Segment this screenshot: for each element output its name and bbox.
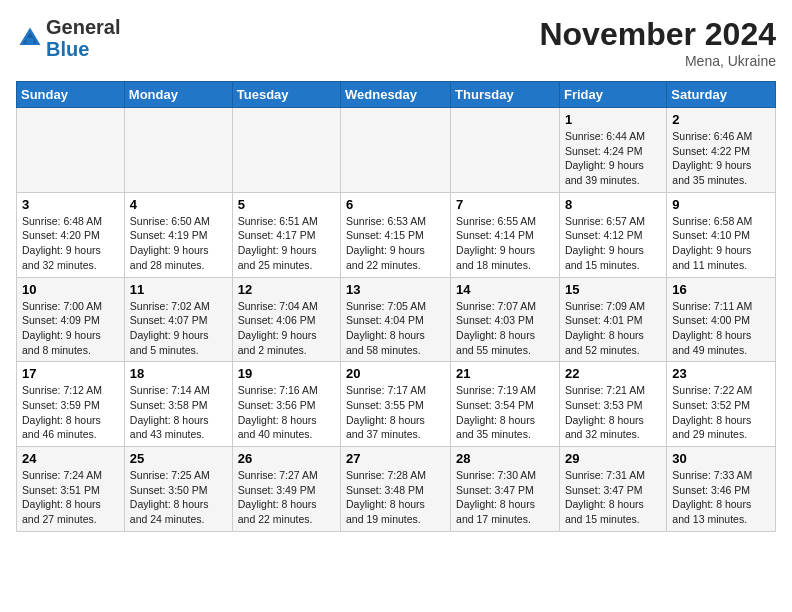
day-info: Sunrise: 6:44 AM Sunset: 4:24 PM Dayligh… <box>565 129 661 188</box>
day-info: Sunrise: 7:31 AM Sunset: 3:47 PM Dayligh… <box>565 468 661 527</box>
calendar-cell: 25Sunrise: 7:25 AM Sunset: 3:50 PM Dayli… <box>124 447 232 532</box>
day-info: Sunrise: 7:00 AM Sunset: 4:09 PM Dayligh… <box>22 299 119 358</box>
day-number: 10 <box>22 282 119 297</box>
calendar-cell: 2Sunrise: 6:46 AM Sunset: 4:22 PM Daylig… <box>667 108 776 193</box>
day-number: 3 <box>22 197 119 212</box>
logo: General Blue <box>16 16 120 60</box>
day-info: Sunrise: 6:51 AM Sunset: 4:17 PM Dayligh… <box>238 214 335 273</box>
day-number: 28 <box>456 451 554 466</box>
day-number: 20 <box>346 366 445 381</box>
day-number: 7 <box>456 197 554 212</box>
day-info: Sunrise: 6:46 AM Sunset: 4:22 PM Dayligh… <box>672 129 770 188</box>
calendar-cell: 7Sunrise: 6:55 AM Sunset: 4:14 PM Daylig… <box>451 192 560 277</box>
day-number: 6 <box>346 197 445 212</box>
weekday-header: Saturday <box>667 82 776 108</box>
calendar-cell: 21Sunrise: 7:19 AM Sunset: 3:54 PM Dayli… <box>451 362 560 447</box>
day-info: Sunrise: 7:24 AM Sunset: 3:51 PM Dayligh… <box>22 468 119 527</box>
calendar-cell: 3Sunrise: 6:48 AM Sunset: 4:20 PM Daylig… <box>17 192 125 277</box>
calendar-cell <box>232 108 340 193</box>
day-info: Sunrise: 7:02 AM Sunset: 4:07 PM Dayligh… <box>130 299 227 358</box>
calendar-cell: 18Sunrise: 7:14 AM Sunset: 3:58 PM Dayli… <box>124 362 232 447</box>
day-info: Sunrise: 7:17 AM Sunset: 3:55 PM Dayligh… <box>346 383 445 442</box>
calendar-cell <box>451 108 560 193</box>
day-number: 30 <box>672 451 770 466</box>
day-number: 4 <box>130 197 227 212</box>
day-number: 14 <box>456 282 554 297</box>
calendar-cell: 15Sunrise: 7:09 AM Sunset: 4:01 PM Dayli… <box>559 277 666 362</box>
calendar-cell: 28Sunrise: 7:30 AM Sunset: 3:47 PM Dayli… <box>451 447 560 532</box>
calendar-row: 17Sunrise: 7:12 AM Sunset: 3:59 PM Dayli… <box>17 362 776 447</box>
weekday-header: Wednesday <box>341 82 451 108</box>
calendar-cell: 24Sunrise: 7:24 AM Sunset: 3:51 PM Dayli… <box>17 447 125 532</box>
calendar-cell: 8Sunrise: 6:57 AM Sunset: 4:12 PM Daylig… <box>559 192 666 277</box>
day-number: 26 <box>238 451 335 466</box>
day-number: 23 <box>672 366 770 381</box>
calendar-cell: 30Sunrise: 7:33 AM Sunset: 3:46 PM Dayli… <box>667 447 776 532</box>
day-info: Sunrise: 7:12 AM Sunset: 3:59 PM Dayligh… <box>22 383 119 442</box>
calendar-cell: 29Sunrise: 7:31 AM Sunset: 3:47 PM Dayli… <box>559 447 666 532</box>
calendar-cell <box>341 108 451 193</box>
page-container: General Blue November 2024 Mena, Ukraine… <box>0 0 792 540</box>
day-info: Sunrise: 7:28 AM Sunset: 3:48 PM Dayligh… <box>346 468 445 527</box>
day-number: 27 <box>346 451 445 466</box>
weekday-header-row: SundayMondayTuesdayWednesdayThursdayFrid… <box>17 82 776 108</box>
day-info: Sunrise: 7:30 AM Sunset: 3:47 PM Dayligh… <box>456 468 554 527</box>
weekday-header: Sunday <box>17 82 125 108</box>
logo-icon <box>16 24 44 52</box>
day-number: 5 <box>238 197 335 212</box>
calendar-cell <box>124 108 232 193</box>
month-title: November 2024 <box>539 16 776 53</box>
day-number: 17 <box>22 366 119 381</box>
day-number: 13 <box>346 282 445 297</box>
weekday-header: Thursday <box>451 82 560 108</box>
calendar-cell: 16Sunrise: 7:11 AM Sunset: 4:00 PM Dayli… <box>667 277 776 362</box>
day-number: 11 <box>130 282 227 297</box>
header: General Blue November 2024 Mena, Ukraine <box>16 16 776 69</box>
day-info: Sunrise: 6:48 AM Sunset: 4:20 PM Dayligh… <box>22 214 119 273</box>
calendar-row: 3Sunrise: 6:48 AM Sunset: 4:20 PM Daylig… <box>17 192 776 277</box>
logo-blue-text: Blue <box>46 38 89 60</box>
logo-general-text: General <box>46 16 120 38</box>
day-info: Sunrise: 6:50 AM Sunset: 4:19 PM Dayligh… <box>130 214 227 273</box>
calendar-cell: 9Sunrise: 6:58 AM Sunset: 4:10 PM Daylig… <box>667 192 776 277</box>
weekday-header: Tuesday <box>232 82 340 108</box>
calendar-cell: 5Sunrise: 6:51 AM Sunset: 4:17 PM Daylig… <box>232 192 340 277</box>
calendar-cell: 11Sunrise: 7:02 AM Sunset: 4:07 PM Dayli… <box>124 277 232 362</box>
day-info: Sunrise: 6:57 AM Sunset: 4:12 PM Dayligh… <box>565 214 661 273</box>
day-info: Sunrise: 7:04 AM Sunset: 4:06 PM Dayligh… <box>238 299 335 358</box>
day-number: 29 <box>565 451 661 466</box>
day-info: Sunrise: 7:16 AM Sunset: 3:56 PM Dayligh… <box>238 383 335 442</box>
day-info: Sunrise: 7:27 AM Sunset: 3:49 PM Dayligh… <box>238 468 335 527</box>
day-number: 19 <box>238 366 335 381</box>
day-number: 24 <box>22 451 119 466</box>
calendar-cell: 12Sunrise: 7:04 AM Sunset: 4:06 PM Dayli… <box>232 277 340 362</box>
day-number: 21 <box>456 366 554 381</box>
calendar-cell: 26Sunrise: 7:27 AM Sunset: 3:49 PM Dayli… <box>232 447 340 532</box>
calendar-cell: 17Sunrise: 7:12 AM Sunset: 3:59 PM Dayli… <box>17 362 125 447</box>
day-number: 9 <box>672 197 770 212</box>
calendar-cell: 14Sunrise: 7:07 AM Sunset: 4:03 PM Dayli… <box>451 277 560 362</box>
day-info: Sunrise: 6:53 AM Sunset: 4:15 PM Dayligh… <box>346 214 445 273</box>
day-info: Sunrise: 7:19 AM Sunset: 3:54 PM Dayligh… <box>456 383 554 442</box>
calendar-row: 1Sunrise: 6:44 AM Sunset: 4:24 PM Daylig… <box>17 108 776 193</box>
calendar-cell: 19Sunrise: 7:16 AM Sunset: 3:56 PM Dayli… <box>232 362 340 447</box>
title-block: November 2024 Mena, Ukraine <box>539 16 776 69</box>
day-number: 8 <box>565 197 661 212</box>
calendar-row: 24Sunrise: 7:24 AM Sunset: 3:51 PM Dayli… <box>17 447 776 532</box>
calendar-cell: 27Sunrise: 7:28 AM Sunset: 3:48 PM Dayli… <box>341 447 451 532</box>
calendar-cell: 22Sunrise: 7:21 AM Sunset: 3:53 PM Dayli… <box>559 362 666 447</box>
day-info: Sunrise: 6:58 AM Sunset: 4:10 PM Dayligh… <box>672 214 770 273</box>
calendar-cell: 20Sunrise: 7:17 AM Sunset: 3:55 PM Dayli… <box>341 362 451 447</box>
calendar-cell: 13Sunrise: 7:05 AM Sunset: 4:04 PM Dayli… <box>341 277 451 362</box>
day-number: 15 <box>565 282 661 297</box>
day-number: 16 <box>672 282 770 297</box>
calendar-cell: 4Sunrise: 6:50 AM Sunset: 4:19 PM Daylig… <box>124 192 232 277</box>
calendar-cell: 10Sunrise: 7:00 AM Sunset: 4:09 PM Dayli… <box>17 277 125 362</box>
day-number: 18 <box>130 366 227 381</box>
weekday-header: Friday <box>559 82 666 108</box>
day-info: Sunrise: 7:14 AM Sunset: 3:58 PM Dayligh… <box>130 383 227 442</box>
svg-rect-2 <box>27 38 34 45</box>
day-info: Sunrise: 7:21 AM Sunset: 3:53 PM Dayligh… <box>565 383 661 442</box>
calendar-row: 10Sunrise: 7:00 AM Sunset: 4:09 PM Dayli… <box>17 277 776 362</box>
calendar-cell: 23Sunrise: 7:22 AM Sunset: 3:52 PM Dayli… <box>667 362 776 447</box>
